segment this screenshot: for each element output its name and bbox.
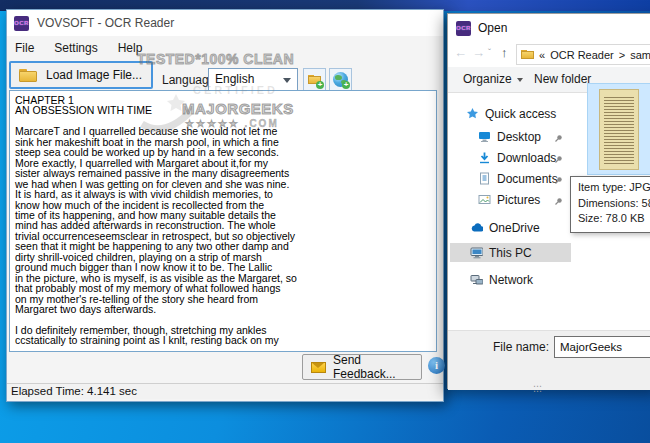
ocr-reader-titlebar[interactable]: OCR VOVSOFT - OCR Reader	[7, 10, 443, 36]
sidebar-item-quick-access[interactable]: Quick access	[450, 104, 571, 123]
sidebar-item-network[interactable]: Network	[450, 270, 571, 289]
chevron-down-icon	[517, 78, 523, 82]
add-language-folder-button[interactable]: +	[303, 68, 326, 91]
new-folder-button[interactable]: New folder	[534, 72, 591, 86]
sidebar-item-label: Desktop	[497, 130, 541, 144]
tooltip-size: Size: 78.0 KB	[578, 211, 650, 227]
menubar: File Settings Help	[13, 39, 144, 57]
language-value: English	[215, 72, 254, 86]
elapsed-time-text: Elapsed Time: 4.141 sec	[11, 385, 137, 397]
address-chevrons[interactable]: «	[539, 49, 545, 61]
open-dialog-titlebar[interactable]: OCR Open	[448, 14, 650, 42]
open-dialog-title: Open	[478, 21, 507, 35]
pin-icon	[554, 153, 563, 167]
file-name-input[interactable]	[554, 336, 650, 358]
envelope-icon	[311, 362, 326, 373]
up-icon[interactable]: ↑	[501, 45, 508, 60]
open-dialog: OCR Open ← → ˇ ↑ « OCR Reader > sam Orga…	[447, 13, 650, 389]
ocr-reader-window: OCR VOVSOFT - OCR Reader File Settings H…	[6, 9, 444, 402]
computer-icon	[470, 246, 483, 259]
download-icon	[478, 151, 491, 164]
load-image-file-label: Load Image File...	[46, 68, 142, 82]
pin-icon	[554, 195, 563, 209]
resize-grip[interactable]: ⋯⋯	[533, 384, 549, 390]
sidebar-item-this-pc[interactable]: This PC	[450, 243, 571, 262]
menu-file[interactable]: File	[13, 40, 36, 56]
app-logo-icon: OCR	[456, 21, 471, 36]
tooltip-item-type: Item type: JPG File	[578, 180, 650, 196]
ocr-result-textarea[interactable]: CHAPTER 1 AN OBSESSION WITH TIME Marcare…	[9, 90, 437, 352]
folder-icon	[19, 69, 37, 82]
sidebar-item-label: Quick access	[485, 107, 556, 121]
file-tooltip: Item type: JPG File Dimensions: 585 x Si…	[570, 176, 650, 233]
address-crumb-current[interactable]: sam	[630, 49, 650, 61]
star-icon	[466, 107, 479, 120]
sidebar-item-downloads[interactable]: Downloads	[450, 148, 571, 167]
address-bar[interactable]: « OCR Reader > sam	[516, 44, 650, 65]
organize-button[interactable]: Organize	[463, 72, 523, 86]
sidebar-item-desktop[interactable]: Desktop	[450, 127, 571, 146]
desktop-icon	[478, 130, 491, 143]
sidebar-item-label: OneDrive	[489, 221, 540, 235]
language-select[interactable]: English	[208, 68, 298, 91]
organize-label: Organize	[463, 72, 512, 86]
download-languages-button[interactable]: +	[329, 68, 352, 91]
history-chevron-icon[interactable]: ˇ	[488, 47, 491, 57]
address-crumb-ocr-reader[interactable]: OCR Reader	[550, 49, 614, 61]
picture-icon	[478, 193, 491, 206]
plus-badge-icon: +	[342, 81, 350, 89]
pin-icon	[554, 132, 563, 146]
sidebar-item-label: Documents	[497, 172, 558, 186]
statusbar: Elapsed Time: 4.141 sec	[7, 383, 443, 399]
sidebar-item-onedrive[interactable]: OneDrive	[450, 218, 571, 237]
pin-icon	[554, 174, 563, 188]
app-logo-icon: OCR	[14, 16, 29, 31]
menu-settings[interactable]: Settings	[52, 40, 99, 56]
sidebar-item-label: Pictures	[497, 193, 540, 207]
menu-help[interactable]: Help	[116, 40, 145, 56]
folder-icon	[521, 50, 534, 60]
info-icon[interactable]: i	[428, 357, 445, 374]
desktop: OCR VOVSOFT - OCR Reader File Settings H…	[0, 0, 650, 443]
send-feedback-button[interactable]: Send Feedback...	[302, 354, 422, 380]
plus-badge-icon: +	[316, 81, 324, 89]
sidebar-item-label: Downloads	[497, 151, 556, 165]
jpg-file-thumbnail	[599, 89, 639, 170]
sidebar-item-label: Network	[489, 273, 533, 287]
address-separator: >	[619, 49, 625, 61]
load-image-file-button[interactable]: Load Image File...	[9, 61, 153, 89]
chevron-down-icon	[283, 78, 291, 83]
file-tile-selected[interactable]	[587, 83, 650, 175]
open-dialog-footer: File name:	[448, 330, 650, 390]
forward-icon[interactable]: →	[472, 45, 485, 60]
document-icon	[478, 172, 491, 185]
sidebar-item-documents[interactable]: Documents	[450, 169, 571, 188]
cloud-icon	[470, 221, 483, 234]
send-feedback-label: Send Feedback...	[333, 353, 421, 381]
tooltip-dimensions: Dimensions: 585 x	[578, 196, 650, 212]
network-icon	[470, 273, 483, 286]
window-title: VOVSOFT - OCR Reader	[37, 16, 174, 30]
file-name-label: File name:	[487, 340, 549, 354]
back-icon[interactable]: ←	[454, 45, 467, 60]
sidebar-item-label: This PC	[489, 246, 532, 260]
thumbnail-text-lines	[604, 97, 634, 164]
sidebar-item-pictures[interactable]: Pictures	[450, 190, 571, 209]
